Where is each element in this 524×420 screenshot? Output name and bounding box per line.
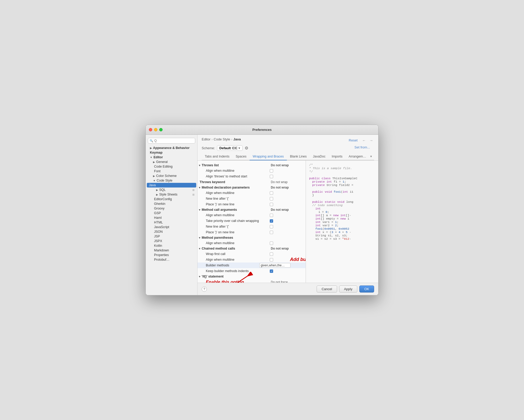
sidebar-item-protobuf[interactable]: Protobuf… [146,257,197,262]
tabs-more-icon[interactable]: ▾ [369,153,373,160]
sidebar-item-groovy[interactable]: Groovy [146,206,197,211]
scheme-label: Scheme: [202,146,215,150]
check-area [270,197,303,200]
back-button[interactable]: ← [361,138,367,143]
sidebar-label: JSPX [154,239,162,243]
sidebar-item-gsp[interactable]: GSP [146,211,197,215]
sidebar-label: HTML [154,221,163,224]
checkbox-priority-chain[interactable]: ✓ [270,219,273,223]
sidebar: 🔍 ▶ Appearance & Behavior Keymap ▼ Edito… [146,135,198,295]
header-row: Editor › Code Style › Java Reset ← → [202,137,374,143]
sidebar-item-markdown[interactable]: Markdown [146,248,197,253]
tab-wrapping-and-braces[interactable]: Wrapping and Braces [250,153,287,160]
section-chained-calls[interactable]: ▼ Chained method calls Do not wrap [198,246,305,251]
sidebar-item-jspx[interactable]: JSPX [146,239,197,243]
preview-line: * This is a sample file. [309,167,375,170]
sidebar-item-appearance[interactable]: ▶ Appearance & Behavior [146,146,197,150]
help-button[interactable]: ? [202,287,207,292]
sidebar-item-kotlin[interactable]: Kotlin [146,243,197,248]
tab-spaces[interactable]: Spaces [232,153,250,160]
sidebar-item-code-style[interactable]: ▼ Code Style [146,178,197,183]
expand-icon: ▶ [153,175,155,177]
main-body: ▼ Throws list Do not wrap Align when mul… [198,161,378,283]
checkbox-align-multiline-parens[interactable] [270,242,273,245]
checkbox-align-throws-method[interactable] [270,175,273,178]
sidebar-item-java[interactable]: Java [147,183,196,188]
sidebar-item-color-scheme[interactable]: ▶ Color Scheme [146,174,197,178]
expand-icon: ▼ [150,156,152,159]
sidebar-label: JSP [154,235,160,238]
up-arrow-icon [234,272,254,283]
tab-blank-lines[interactable]: Blank Lines [287,153,310,160]
checkbox-align-multiline-chain[interactable] [270,258,273,261]
apply-button[interactable]: Apply [339,286,358,292]
search-input[interactable] [154,139,193,142]
preview-line: private int f1 = 1; [309,180,375,183]
sidebar-label: General [156,160,168,164]
preview-line: int x = (3 + 4 + 5 · [309,230,375,234]
forward-button[interactable]: → [368,138,374,143]
sidebar-item-style-sheets[interactable]: ▶ Style Sheets ⊞ [146,192,197,197]
scheme-select[interactable]: Default IDE ▾ [217,145,243,151]
add-builder-text: Add builder method names [290,257,306,262]
close-button[interactable] [149,128,152,131]
preview-line: foo1(0x0051, 0x0052 [309,227,375,230]
checkbox-align-multiline-decl[interactable] [270,191,273,195]
sidebar-item-font[interactable]: Font [146,169,197,174]
row-place-rparen-newline: Place ')' on new line [198,201,305,207]
row-align-multiline-decl: Align when multiline [198,190,305,196]
tabs-bar: Tabs and Indents Spaces Wrapping and Bra… [202,153,374,160]
builder-methods-input[interactable] [259,263,290,268]
search-bar[interactable]: 🔍 [148,138,195,144]
check-area: ✓ [270,219,303,223]
sidebar-item-editor[interactable]: ▼ Editor [146,155,197,160]
ok-button[interactable]: OK [359,286,374,292]
checkbox-wrap-first[interactable] [270,252,273,256]
cancel-button[interactable]: Cancel [317,286,337,292]
check-area [270,242,303,245]
method-decl-value: Do not wrap [270,186,303,189]
tab-tabs-and-indents[interactable]: Tabs and Indents [202,153,232,160]
sidebar-item-properties[interactable]: Properties [146,253,197,257]
tab-javadoc[interactable]: JavaDoc [310,153,329,160]
sidebar-item-keymap[interactable]: Keymap [146,150,197,155]
maximize-button[interactable] [159,128,163,131]
sidebar-item-jsp[interactable]: JSP [146,234,197,239]
preview-line: i = 0; [309,210,375,214]
section-throws-list[interactable]: ▼ Throws list Do not wrap [198,163,305,168]
section-method-parens[interactable]: ▼ Method parentheses [198,235,305,240]
minimize-button[interactable] [154,128,157,131]
reset-button[interactable]: Reset [349,138,358,142]
section-method-decl-params[interactable]: ▼ Method declaration parameters Do not w… [198,185,305,190]
sidebar-item-javascript[interactable]: JavaScript [146,225,197,229]
sidebar-item-sql[interactable]: ▶ SQL ⊞ [146,188,197,192]
tab-imports[interactable]: Imports [329,153,346,160]
settings-icon: ⊞ [192,193,195,196]
set-from-link[interactable]: Set from... [354,145,370,151]
section-method-call-args[interactable]: ▼ Method call arguments Do not wrap [198,207,305,212]
sidebar-item-json[interactable]: JSON [146,229,197,234]
sidebar-label: Color Scheme [156,174,177,178]
sidebar-item-code-editing[interactable]: Code Editing [146,164,197,169]
preview-line: int var2 = 2; [309,224,375,227]
sidebar-label: Font [154,169,161,173]
checkbox-place-rparen-newline[interactable] [270,203,273,206]
checkbox-newline-after-paren[interactable] [270,197,273,200]
sidebar-item-haml[interactable]: Haml [146,215,197,220]
sidebar-label: SQL [159,188,166,192]
checkbox-align-multiline-throws[interactable] [270,169,273,172]
checkbox-newline-after-paren2[interactable] [270,225,273,228]
checkbox-align-multiline-call[interactable] [270,214,273,217]
tab-arrangement[interactable]: Arrangem… [346,153,369,160]
checkbox-keep-builder-indents[interactable]: ✓ [270,269,273,273]
sidebar-item-editorconfig[interactable]: EditorConfig [146,197,197,201]
gear-button[interactable]: ⚙ [245,146,248,151]
method-decl-label: Method declaration parameters [202,186,270,189]
row-align-multiline-chain: Align when multiline [198,257,305,262]
sidebar-item-gherkin[interactable]: Gherkin [146,201,197,206]
row-place-rparen2: Place ')' on new line [198,229,305,235]
sidebar-item-html[interactable]: HTML [146,220,197,225]
checkbox-place-rparen2[interactable] [270,231,273,234]
main-header: Editor › Code Style › Java Reset ← → Sch… [198,135,378,161]
sidebar-item-general[interactable]: ▶ General [146,160,197,164]
